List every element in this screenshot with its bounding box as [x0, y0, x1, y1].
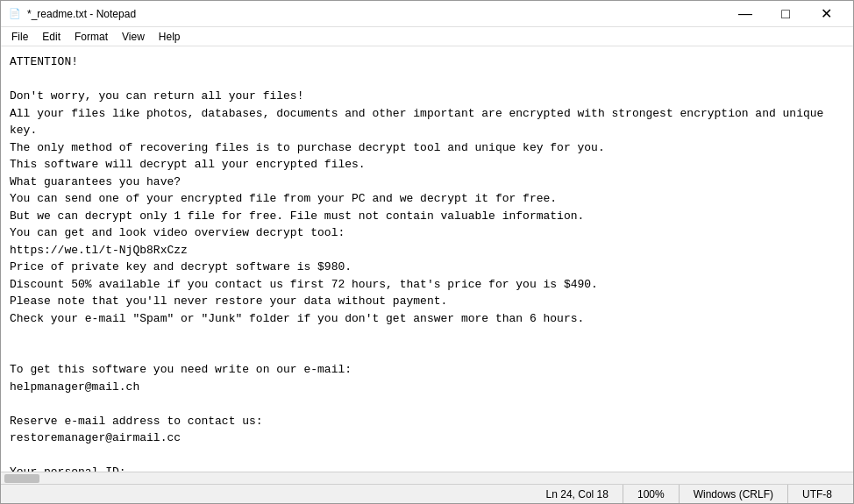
- menu-bar: File Edit Format View Help: [1, 27, 853, 46]
- notepad-icon: 📄: [8, 7, 22, 21]
- menu-help[interactable]: Help: [152, 29, 188, 45]
- menu-view[interactable]: View: [115, 29, 152, 45]
- zoom-level: 100%: [623, 485, 679, 503]
- menu-edit[interactable]: Edit: [35, 29, 68, 45]
- scrollbar-thumb[interactable]: [4, 474, 39, 483]
- encoding: UTF-8: [787, 485, 846, 503]
- maximize-button[interactable]: □: [765, 1, 806, 27]
- minimize-button[interactable]: —: [725, 1, 765, 27]
- notepad-window: 📄 *_readme.txt - Notepad — □ ✕ File Edit…: [0, 0, 854, 504]
- horizontal-scrollbar[interactable]: [1, 472, 853, 484]
- editor-area[interactable]: ATTENTION! Don't worry, you can return a…: [1, 46, 853, 472]
- cursor-position: Ln 24, Col 18: [532, 485, 623, 503]
- title-bar-controls: — □ ✕: [725, 1, 846, 27]
- status-bar: Ln 24, Col 18 100% Windows (CRLF) UTF-8: [1, 484, 853, 503]
- line-ending: Windows (CRLF): [679, 485, 787, 503]
- menu-format[interactable]: Format: [68, 29, 115, 45]
- editor-content[interactable]: ATTENTION! Don't worry, you can return a…: [10, 53, 844, 472]
- menu-file[interactable]: File: [4, 29, 35, 45]
- window-title: *_readme.txt - Notepad: [27, 8, 136, 20]
- title-bar: 📄 *_readme.txt - Notepad — □ ✕: [1, 1, 853, 27]
- close-button[interactable]: ✕: [806, 1, 846, 27]
- title-bar-left: 📄 *_readme.txt - Notepad: [8, 7, 136, 21]
